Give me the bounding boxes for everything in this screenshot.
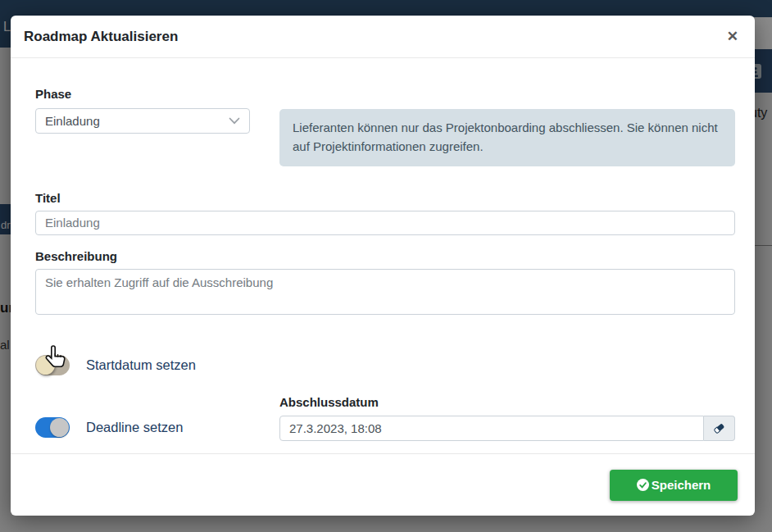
supplier-info-box: Lieferanten können nur das Projektonboar… xyxy=(279,109,735,166)
phase-field: Phase Einladung xyxy=(35,87,250,134)
check-circle-icon xyxy=(637,479,649,491)
deadline-toggle-group: Deadline setzen xyxy=(35,417,250,441)
save-button[interactable]: Speichern xyxy=(610,470,738,501)
modal-header: Roadmap Aktualisieren ✕ xyxy=(11,16,755,58)
deadline-date-label: Abschlussdatum xyxy=(279,395,735,409)
clear-date-button[interactable] xyxy=(704,416,735,441)
deadline-date-field: Abschlussdatum xyxy=(279,395,735,441)
title-input[interactable] xyxy=(35,211,735,235)
deadline-toggle[interactable] xyxy=(35,417,70,438)
deadline-input-group xyxy=(279,416,735,441)
screen: L Su uty dr ur al Roadmap Aktualisieren … xyxy=(0,0,772,532)
toggle-knob xyxy=(36,356,55,375)
phase-select[interactable]: Einladung xyxy=(35,108,250,134)
eraser-icon xyxy=(713,422,725,434)
close-button[interactable]: ✕ xyxy=(727,30,738,43)
phase-label: Phase xyxy=(35,87,250,101)
start-date-row: Startdatum setzen xyxy=(35,355,735,375)
toggle-knob xyxy=(50,418,69,437)
modal-body: Phase Einladung Lieferanten können nur d… xyxy=(11,58,755,453)
modal-title: Roadmap Aktualisieren xyxy=(24,29,178,45)
deadline-toggle-label: Deadline setzen xyxy=(86,420,183,435)
start-date-toggle-label: Startdatum setzen xyxy=(86,357,196,373)
description-label: Beschreibung xyxy=(35,249,735,263)
roadmap-update-modal: Roadmap Aktualisieren ✕ Phase Einladung … xyxy=(11,16,755,516)
modal-footer: Speichern xyxy=(11,453,755,516)
deadline-row: Deadline setzen Abschlussdatum xyxy=(35,395,735,441)
description-textarea[interactable]: Sie erhalten Zugriff auf die Ausschreibu… xyxy=(35,269,735,315)
phase-selected-value: Einladung xyxy=(45,114,100,128)
phase-row: Phase Einladung Lieferanten können nur d… xyxy=(35,87,735,166)
title-label: Titel xyxy=(35,191,735,205)
start-date-toggle[interactable] xyxy=(35,355,70,375)
save-button-label: Speichern xyxy=(652,478,711,492)
deadline-date-input[interactable] xyxy=(279,416,704,441)
chevron-down-icon xyxy=(229,117,240,125)
